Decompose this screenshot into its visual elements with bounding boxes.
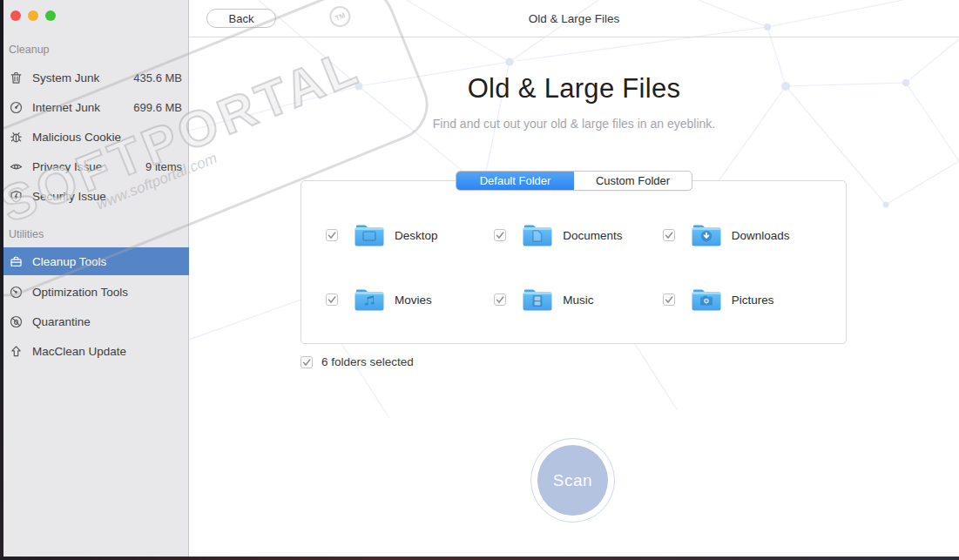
- minimize-window-button[interactable]: [28, 10, 38, 21]
- main-content: Old & Large Files Back Old & Large Files…: [189, 0, 959, 560]
- sidebar-item-malicious-cookie[interactable]: Malicious Cookie: [0, 122, 189, 152]
- folder-source-tabs: Default Folder Custom Folder: [456, 171, 692, 191]
- downloads-folder-icon: [691, 223, 722, 247]
- downloads-checkbox[interactable]: [663, 229, 675, 241]
- tab-custom-folder[interactable]: Custom Folder: [574, 172, 692, 190]
- sidebar-item-value: 699.6 MB: [133, 101, 182, 114]
- header-bar: Old & Large Files: [189, 0, 959, 37]
- zoom-window-button[interactable]: [45, 10, 56, 21]
- desktop-checkbox[interactable]: [326, 229, 338, 241]
- documents-folder-icon: [522, 223, 553, 247]
- sidebar-item-cleanup-tools[interactable]: Cleanup Tools: [0, 247, 189, 275]
- sidebar-item-optimization-tools[interactable]: Optimization Tools: [0, 277, 189, 307]
- scan-button-label: Scan: [537, 445, 608, 516]
- folder-option-movies: Movies: [326, 282, 494, 317]
- eye-icon: [9, 159, 24, 174]
- back-button[interactable]: Back: [206, 9, 276, 28]
- movies-checkbox[interactable]: [326, 293, 338, 306]
- shield-icon: [9, 188, 24, 204]
- folder-option-pictures: Pictures: [663, 282, 831, 317]
- tab-default-folder[interactable]: Default Folder: [456, 172, 574, 190]
- sidebar-item-label: System Junk: [32, 71, 133, 84]
- pictures-folder-icon: [691, 287, 722, 312]
- close-window-button[interactable]: [10, 10, 21, 21]
- folder-name: Desktop: [395, 229, 438, 242]
- select-all-checkbox[interactable]: [301, 356, 313, 368]
- folders-selected-summary: 6 folders selected: [301, 355, 414, 368]
- pictures-checkbox[interactable]: [663, 293, 675, 306]
- folder-option-documents: Documents: [494, 218, 662, 253]
- bug-icon: [9, 129, 24, 145]
- page-subtitle: Find and cut out your old & large files …: [189, 117, 959, 131]
- sidebar-item-value: 9 items: [145, 160, 182, 173]
- desktop-folder-icon: [354, 223, 385, 247]
- summary-label: 6 folders selected: [321, 355, 414, 368]
- toolbox-icon: [9, 253, 24, 269]
- sidebar-item-quarantine[interactable]: Quarantine: [0, 307, 189, 336]
- scan-button[interactable]: Scan: [530, 438, 615, 523]
- folder-name: Music: [563, 293, 593, 307]
- section-label-utilities: Utilities: [9, 228, 44, 240]
- dial-icon: [9, 99, 24, 115]
- window-controls: [10, 10, 56, 21]
- folder-option-music: Music: [494, 282, 662, 317]
- music-folder-icon: [522, 287, 553, 312]
- arrow-up-icon: [9, 343, 24, 359]
- folder-name: Documents: [563, 229, 622, 242]
- music-checkbox[interactable]: [494, 293, 506, 306]
- sidebar-item-label: MacClean Update: [32, 345, 182, 358]
- sidebar-item-label: Privacy Issue: [32, 160, 145, 173]
- desktop-edge-bottom: [0, 557, 959, 560]
- folder-name: Movies: [395, 293, 432, 307]
- trash-icon: [9, 70, 24, 85]
- sidebar-item-label: Cleanup Tools: [32, 255, 182, 268]
- sidebar: Cleanup System Junk 435.6 MB Internet Ju…: [0, 0, 189, 560]
- gauge-icon: [9, 284, 24, 300]
- page-title: Old & Large Files: [189, 73, 959, 105]
- sidebar-item-value: 435.6 MB: [133, 71, 182, 84]
- sidebar-item-label: Internet Junk: [32, 101, 133, 114]
- folder-name: Downloads: [732, 229, 790, 242]
- sidebar-item-system-junk[interactable]: System Junk 435.6 MB: [0, 63, 189, 92]
- sidebar-item-label: Security Issue: [32, 190, 182, 203]
- section-label-cleanup: Cleanup: [9, 44, 50, 56]
- folder-option-downloads: Downloads: [663, 218, 831, 253]
- macclean-window: Cleanup System Junk 435.6 MB Internet Ju…: [0, 0, 959, 560]
- documents-checkbox[interactable]: [494, 229, 506, 241]
- sidebar-item-label: Malicious Cookie: [32, 131, 182, 144]
- folder-name: Pictures: [732, 293, 774, 307]
- sidebar-item-security-issue[interactable]: Security Issue: [0, 181, 189, 211]
- default-folders-panel: Desktop Documents: [301, 180, 847, 344]
- sidebar-item-privacy-issue[interactable]: Privacy Issue 9 items: [0, 152, 189, 181]
- header-title: Old & Large Files: [529, 12, 619, 25]
- sidebar-item-label: Optimization Tools: [32, 286, 182, 299]
- sidebar-item-macclean-update[interactable]: MacClean Update: [0, 336, 189, 366]
- quarantine-icon: [9, 314, 24, 329]
- folder-option-desktop: Desktop: [326, 218, 494, 253]
- sidebar-item-label: Quarantine: [32, 315, 182, 328]
- desktop-edge-left: [0, 0, 3, 560]
- movies-folder-icon: [354, 287, 385, 312]
- sidebar-item-internet-junk[interactable]: Internet Junk 699.6 MB: [0, 92, 189, 122]
